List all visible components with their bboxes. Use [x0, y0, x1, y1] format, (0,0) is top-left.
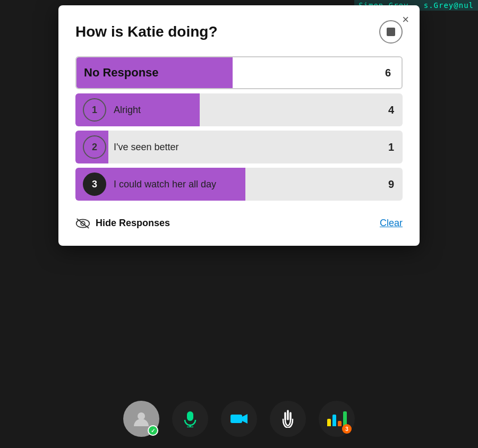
stop-icon — [387, 28, 395, 36]
modal-footer: Hide Responses Clear — [75, 216, 403, 229]
poll-content-3: 3 I could watch her all day 9 — [75, 173, 403, 196]
poll-label-3: I could watch her all day — [114, 179, 381, 190]
close-button[interactable]: × — [402, 14, 409, 25]
green-check-badge: ✓ — [148, 425, 158, 436]
raise-hand-icon — [280, 410, 295, 428]
poll-label-2: I've seen better — [114, 142, 381, 153]
poll-row-3: 3 I could watch her all day 9 — [75, 168, 403, 201]
svg-rect-7 — [231, 415, 242, 423]
toolbar: ✓ 3 — [0, 395, 478, 448]
poll-rows: No Response 6 1 Alright 4 2 I'v — [75, 56, 403, 201]
camera-icon — [230, 412, 248, 426]
poll-content-1: 1 Alright 4 — [75, 98, 403, 122]
svg-rect-4 — [187, 411, 193, 421]
clear-button[interactable]: Clear — [380, 218, 403, 229]
mic-button[interactable] — [172, 401, 208, 437]
eye-slash-icon — [75, 218, 90, 229]
poll-content-2: 2 I've seen better 1 — [75, 135, 403, 159]
raise-hand-button[interactable] — [270, 401, 306, 437]
chart-icon — [327, 411, 347, 426]
no-response-count: 6 — [378, 67, 391, 79]
poll-chart-button[interactable]: 3 — [319, 401, 355, 437]
poll-row-2: 2 I've seen better 1 — [75, 131, 403, 163]
modal-overlay: × How is Katie doing? No Response 6 — [0, 0, 478, 448]
no-response-content: No Response 6 — [76, 66, 402, 80]
poll-badge: 3 — [342, 424, 352, 434]
poll-count-1: 4 — [381, 104, 394, 116]
stop-button[interactable] — [379, 20, 403, 44]
modal-header: How is Katie doing? — [75, 20, 403, 44]
poll-count-2: 1 — [381, 141, 394, 153]
hide-responses-label: Hide Responses — [96, 218, 170, 229]
svg-marker-8 — [242, 414, 247, 424]
poll-number-2: 2 — [83, 135, 106, 159]
camera-button[interactable] — [221, 401, 257, 437]
no-response-label: No Response — [84, 66, 378, 80]
modal-title: How is Katie doing? — [75, 23, 218, 40]
poll-number-3: 3 — [83, 173, 106, 196]
hide-responses-button[interactable]: Hide Responses — [75, 218, 170, 229]
mic-icon — [183, 410, 198, 427]
person-avatar-icon — [132, 409, 151, 428]
poll-count-3: 9 — [381, 178, 394, 191]
poll-row-no-response: No Response 6 — [75, 56, 403, 89]
poll-number-1: 1 — [83, 98, 106, 122]
poll-label-1: Alright — [114, 105, 381, 116]
poll-row-1: 1 Alright 4 — [75, 93, 403, 126]
svg-point-3 — [138, 412, 145, 420]
poll-modal: × How is Katie doing? No Response 6 — [58, 5, 420, 246]
avatar-button[interactable]: ✓ — [123, 401, 159, 437]
